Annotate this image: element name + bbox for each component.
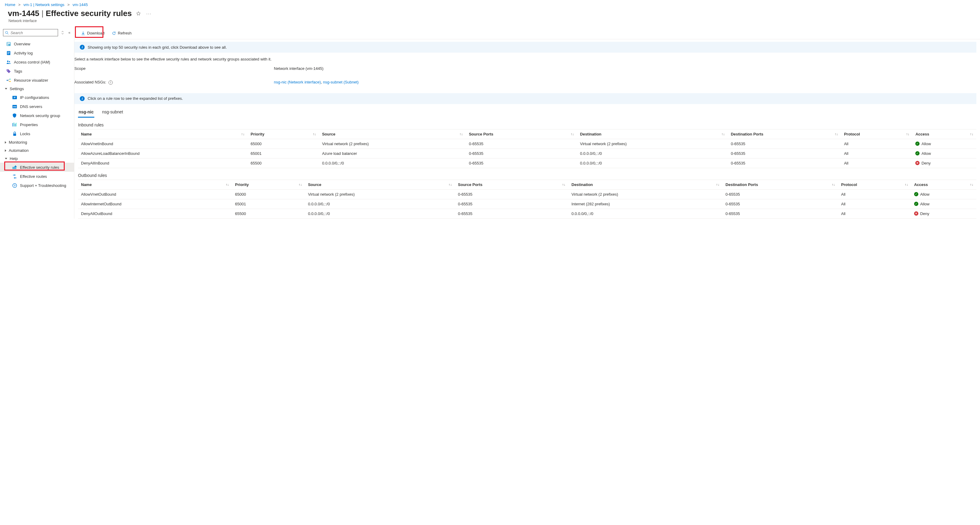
cell-access: ✓Allow	[912, 139, 976, 148]
sidebar-item-dns-servers[interactable]: DNS DNS servers	[0, 102, 74, 111]
sidebar-item-ip-configurations[interactable]: IP IP configurations	[0, 93, 74, 102]
column-header-access[interactable]: Access↑↓	[912, 129, 976, 139]
content-area: Download Refresh i Showing only top 50 s…	[74, 27, 980, 219]
sort-icon: ↑↓	[313, 132, 316, 136]
cell-source: 0.0.0.0/0,::/0	[319, 158, 466, 168]
shield-icon	[12, 113, 17, 118]
column-header-name[interactable]: Name↑↓	[78, 180, 232, 189]
rule-row[interactable]: AllowInternetOutBound650010.0.0.0/0,::/0…	[78, 199, 976, 209]
cell-priority: 65000	[232, 189, 305, 199]
refresh-button[interactable]: Refresh	[109, 30, 135, 37]
search-box[interactable]	[3, 29, 58, 36]
favorite-button[interactable]	[135, 10, 142, 17]
sort-icon: ↑↓	[716, 183, 719, 186]
column-header-proto[interactable]: Protocol↑↓	[841, 129, 912, 139]
sort-icon: ↑↓	[905, 183, 908, 186]
cell-proto: All	[838, 189, 911, 199]
sidebar-section-settings[interactable]: Settings	[0, 85, 74, 93]
column-header-proto[interactable]: Protocol↑↓	[838, 180, 911, 189]
description-text: Select a network interface below to see …	[74, 57, 980, 66]
breadcrumb-current[interactable]: vm-1445	[73, 2, 88, 7]
cell-dports: 0-65535	[728, 158, 841, 168]
column-header-dports[interactable]: Destination Ports↑↓	[728, 129, 841, 139]
sidebar-item-resource-visualizer[interactable]: Resource visualizer	[0, 76, 74, 85]
cell-priority: 65001	[248, 148, 319, 158]
cell-source: 0.0.0.0/0,::/0	[305, 199, 455, 209]
cell-sports: 0-65535	[466, 139, 577, 148]
svg-rect-26	[13, 167, 16, 169]
column-header-source[interactable]: Source↑↓	[319, 129, 466, 139]
collapse-sidebar-button[interactable]: «	[67, 29, 72, 36]
svg-point-13	[10, 78, 11, 80]
cell-access: ✓Allow	[912, 148, 976, 158]
tab-nsg-nic[interactable]: nsg-nic	[78, 108, 94, 118]
sidebar-item-activity-log[interactable]: Activity log	[0, 48, 74, 57]
svg-text:DNS: DNS	[13, 106, 16, 108]
column-header-source[interactable]: Source↑↓	[305, 180, 455, 189]
sidebar-section-help[interactable]: Help	[0, 155, 74, 163]
sort-icon: ↑↓	[562, 183, 566, 186]
svg-point-0	[5, 31, 8, 33]
sidebar-item-effective-security-rules[interactable]: Effective security rules	[0, 163, 74, 172]
rule-row[interactable]: AllowVnetOutBound65000Virtual network (2…	[78, 189, 976, 199]
check-icon: ✓	[914, 202, 918, 206]
svg-line-16	[8, 80, 10, 81]
cell-sports: 0-65535	[466, 158, 577, 168]
cell-priority: 65500	[232, 209, 305, 219]
info-icon: i	[80, 96, 84, 101]
page-title: vm-1445 | Effective security rules	[8, 9, 132, 18]
check-icon: ✓	[915, 142, 920, 146]
nsg-link-subnet[interactable]: nsg-subnet (Subnet)	[323, 80, 359, 85]
column-header-sports[interactable]: Source Ports↑↓	[466, 129, 577, 139]
sidebar-section-automation[interactable]: Automation	[0, 146, 74, 155]
sidebar-item-support[interactable]: ? Support + Troubleshooting	[0, 181, 74, 190]
nsg-link-nic[interactable]: nsg-nic (Network interface)	[274, 80, 321, 85]
rule-row[interactable]: DenyAllOutBound655000.0.0.0/0,::/00-6553…	[78, 209, 976, 219]
chevron-updown-icon	[61, 30, 64, 35]
cell-priority: 65001	[232, 199, 305, 209]
rule-row[interactable]: AllowVnetInBound65000Virtual network (2 …	[78, 139, 976, 148]
svg-rect-3	[7, 42, 10, 43]
column-header-dest[interactable]: Destination↑↓	[569, 180, 723, 189]
rule-row[interactable]: AllowAzureLoadBalancerInBound65001Azure …	[78, 148, 976, 158]
sort-icon: ↑↓	[241, 132, 245, 136]
sidebar-item-network-security-group[interactable]: Network security group	[0, 111, 74, 120]
details-grid: Scope Network interface (vm-1445) Associ…	[74, 66, 980, 91]
rule-row[interactable]: DenyAllInBound655000.0.0.0/0,::/00-65535…	[78, 158, 976, 168]
routes-icon	[12, 174, 17, 179]
breadcrumb-parent[interactable]: vm-1 | Network settings	[24, 2, 65, 7]
sidebar-section-monitoring[interactable]: Monitoring	[0, 138, 74, 146]
column-header-name[interactable]: Name↑↓	[78, 129, 248, 139]
expand-collapse-button[interactable]	[60, 29, 65, 36]
cell-access: ✕Deny	[911, 209, 976, 219]
info-icon[interactable]: i	[108, 80, 113, 85]
column-header-access[interactable]: Access↑↓	[911, 180, 976, 189]
sidebar-item-effective-routes[interactable]: Effective routes	[0, 172, 74, 181]
sidebar-item-properties[interactable]: Properties	[0, 120, 74, 129]
sidebar-item-tags[interactable]: Tags	[0, 67, 74, 76]
associated-nsgs-label: Associated NSGs: i	[74, 80, 274, 85]
search-input[interactable]	[11, 30, 56, 35]
cell-dest: Internet (282 prefixes)	[569, 199, 723, 209]
sidebar-item-access-control[interactable]: Access control (IAM)	[0, 57, 74, 67]
column-header-priority[interactable]: Priority↑↓	[232, 180, 305, 189]
sort-icon: ↑↓	[722, 132, 725, 136]
info-bar-top: i Showing only top 50 security rules in …	[74, 42, 976, 53]
column-header-sports[interactable]: Source Ports↑↓	[455, 180, 568, 189]
column-header-dports[interactable]: Destination Ports↑↓	[722, 180, 838, 189]
cell-proto: All	[838, 199, 911, 209]
tab-nsg-subnet[interactable]: nsg-subnet	[102, 108, 124, 118]
cell-dest: 0.0.0.0/0,::/0	[577, 148, 728, 158]
column-header-dest[interactable]: Destination↑↓	[577, 129, 728, 139]
cell-sports: 0-65535	[455, 209, 568, 219]
scope-label: Scope	[74, 66, 274, 71]
sidebar-item-locks[interactable]: Locks	[0, 129, 74, 138]
rules-icon	[12, 165, 17, 170]
column-header-priority[interactable]: Priority↑↓	[248, 129, 319, 139]
breadcrumb-home[interactable]: Home	[5, 2, 16, 7]
sidebar-item-overview[interactable]: Overview	[0, 39, 74, 48]
more-button[interactable]: ···	[145, 10, 153, 17]
tag-icon	[6, 69, 11, 73]
cell-name: AllowInternetOutBound	[78, 199, 232, 209]
download-button[interactable]: Download	[78, 30, 108, 37]
